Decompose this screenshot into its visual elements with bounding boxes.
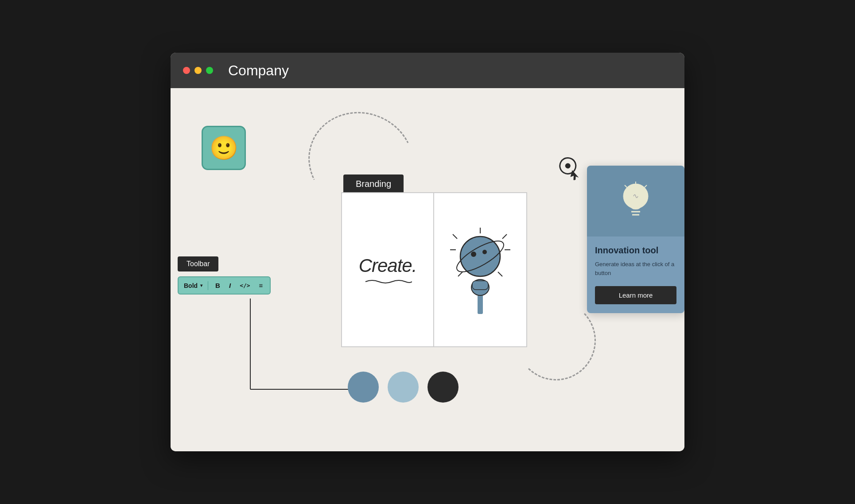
svg-point-6 — [460, 236, 500, 276]
svg-point-8 — [482, 250, 487, 254]
code-button[interactable]: </> — [238, 281, 252, 290]
svg-point-18 — [564, 163, 571, 169]
minimize-button[interactable] — [194, 67, 202, 74]
toolbar-label: Toolbar — [178, 256, 218, 271]
canvas: 🙂 Branding Create. — [171, 88, 684, 451]
learn-more-button[interactable]: Learn more — [595, 286, 676, 304]
toolbar-widget: Bold ▾ B I </> ≡ — [178, 276, 271, 295]
maximize-button[interactable] — [206, 67, 213, 74]
lightbulb-icon — [618, 181, 653, 225]
app-window: Company 🙂 Branding Create. — [171, 53, 684, 451]
cursor-svg — [555, 155, 583, 184]
branding-label: Branding — [343, 174, 404, 194]
innovation-card-body: Innovation tool Generate ideas at the cl… — [587, 236, 684, 313]
svg-line-16 — [458, 272, 462, 276]
innovation-card: Innovation tool Generate ideas at the cl… — [587, 166, 684, 313]
card-left: Create. — [342, 193, 434, 346]
close-button[interactable] — [183, 67, 190, 74]
traffic-lights — [183, 67, 213, 74]
svg-line-25 — [625, 185, 627, 187]
svg-line-24 — [645, 185, 647, 187]
bold-button[interactable]: B — [214, 281, 222, 290]
cursor-icon — [555, 155, 583, 188]
chevron-down-icon: ▾ — [200, 283, 202, 288]
svg-rect-5 — [472, 281, 488, 290]
toolbar-divider — [208, 281, 208, 290]
innovation-description: Generate ideas at the click of a button — [595, 260, 676, 277]
color-circle-3[interactable] — [428, 372, 459, 403]
svg-line-12 — [502, 234, 507, 239]
planet-figure-icon — [449, 225, 511, 314]
titlebar: Company — [171, 53, 684, 88]
color-circles-row — [348, 372, 459, 403]
svg-line-10 — [453, 234, 457, 239]
color-circle-2[interactable] — [388, 372, 419, 403]
window-title: Company — [228, 62, 289, 79]
svg-line-15 — [498, 272, 502, 276]
create-text: Create. — [359, 255, 417, 276]
italic-button[interactable]: I — [227, 281, 233, 290]
innovation-title: Innovation tool — [595, 245, 676, 256]
svg-point-7 — [471, 252, 476, 257]
smiley-widget[interactable]: 🙂 — [202, 126, 246, 170]
smiley-icon: 🙂 — [210, 136, 238, 159]
list-button[interactable]: ≡ — [257, 281, 265, 290]
color-circle-1[interactable] — [348, 372, 379, 403]
card-right — [434, 193, 526, 346]
dashed-circle-bottom-right — [516, 301, 596, 380]
branding-card: Create. — [341, 192, 527, 347]
squiggle-underline — [363, 279, 412, 284]
innovation-card-top — [587, 166, 684, 236]
bold-label: Bold — [184, 282, 198, 289]
bold-dropdown[interactable]: Bold ▾ — [184, 282, 202, 289]
